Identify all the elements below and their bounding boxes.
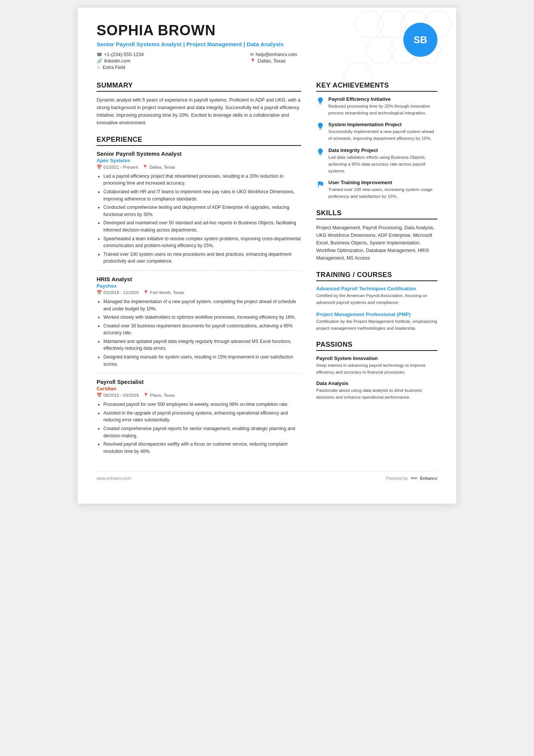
- training-item-2: Project Management Professional (PMP) Ce…: [316, 311, 437, 332]
- job-location-2: 📍 Fort Worth, Texas: [143, 290, 184, 295]
- passion-desc-2: Passionate about using data analysis to …: [316, 387, 437, 401]
- bullet-2-1: Managed the implementation of a new payr…: [103, 298, 301, 312]
- resume-header: SOPHIA BROWN Senior Payroll Systems Anal…: [97, 23, 437, 70]
- training-desc-1: Certified by the American Payroll Associ…: [316, 293, 437, 306]
- resume-footer: www.enhancv.com Powered by Enhancv: [97, 471, 437, 481]
- email-icon: ✉: [250, 52, 254, 57]
- passions-title: PASSIONS: [316, 341, 437, 351]
- candidate-name: SOPHIA BROWN: [97, 23, 392, 39]
- achievement-title-1: Payroll Efficiency Initiative: [328, 96, 437, 102]
- passion-name-1: Payroll System Innovation: [316, 355, 437, 361]
- achievement-2: System Implementation Project Successful…: [316, 122, 437, 142]
- job-entry-2: HRIS Analyst Paychex 📅 03/2018 - 12/2020…: [97, 276, 301, 368]
- passion-name-2: Data Analysis: [316, 380, 437, 386]
- bullet-1-2: Collaborated with HR and IT teams to imp…: [103, 188, 301, 202]
- achievement-content-1: Payroll Efficiency Initiative Reduced pr…: [328, 96, 437, 117]
- contact-email: ✉ help@enhancv.com: [250, 52, 392, 57]
- pin-icon-2: 📍: [143, 290, 148, 295]
- achievement-title-3: Data Integrity Project: [328, 147, 437, 153]
- bullet-2-3: Created over 30 business requirement doc…: [103, 322, 301, 337]
- training-name-1: Advanced Payroll Techniques Certificatio…: [316, 286, 437, 291]
- achievement-icon-4: [316, 180, 325, 188]
- achievement-desc-4: Trained over 100 new users, increasing s…: [328, 186, 437, 200]
- training-item-1: Advanced Payroll Techniques Certificatio…: [316, 286, 437, 306]
- calendar-icon-2: 📅: [97, 290, 102, 295]
- contact-linkedin: 🔗 linkedin.com: [97, 58, 239, 64]
- bullet-1-1: Led a payroll efficiency project that st…: [103, 173, 301, 187]
- bullet-1-5: Spearheaded a team initiative to resolve…: [103, 235, 301, 249]
- link-icon: 🔗: [97, 58, 102, 64]
- achievement-icon-2: [316, 122, 325, 130]
- company-3: Ceridian: [97, 386, 301, 391]
- job-dates-1: 📅 01/2021 - Present: [97, 164, 138, 170]
- summary-title: SUMMARY: [97, 81, 301, 92]
- powered-by-text: Powered by: [386, 476, 408, 481]
- enhancv-brand-name: Enhancv: [420, 476, 437, 481]
- bullet-2-4: Maintained and updated payroll data inte…: [103, 338, 301, 352]
- achievement-desc-2: Successfully implemented a new payroll s…: [328, 128, 437, 142]
- achievement-icon-1: [316, 97, 325, 105]
- training-section: TRAINING / COURSES Advanced Payroll Tech…: [316, 271, 437, 332]
- summary-text: Dynamic analyst with 5 years of experien…: [97, 96, 301, 127]
- job-title-1: Senior Payroll Systems Analyst: [97, 150, 301, 157]
- passion-item-2: Data Analysis Passionate about using dat…: [316, 380, 437, 401]
- main-content: SUMMARY Dynamic analyst with 5 years of …: [97, 81, 437, 460]
- resume-page: SOPHIA BROWN Senior Payroll Systems Anal…: [78, 8, 456, 504]
- candidate-title: Senior Payroll Systems Analyst | Project…: [97, 41, 392, 47]
- job-location-1: 📍 Dallas, Texas: [142, 164, 175, 170]
- job-dates-3: 📅 06/2015 - 03/2018: [97, 393, 139, 398]
- location-icon: 📍: [250, 58, 256, 64]
- calendar-icon-1: 📅: [97, 164, 102, 170]
- header-left: SOPHIA BROWN Senior Payroll Systems Anal…: [97, 23, 392, 70]
- star-icon: ☆: [97, 65, 101, 70]
- achievement-desc-1: Reduced processing time by 20% through i…: [328, 103, 437, 117]
- left-column: SUMMARY Dynamic analyst with 5 years of …: [97, 81, 301, 460]
- bullet-3-2: Assisted in the upgrade of payroll proce…: [103, 410, 301, 424]
- achievement-4: User Training Improvement Trained over 1…: [316, 180, 437, 200]
- company-2: Paychex: [97, 283, 301, 289]
- job-meta-2: 📅 03/2018 - 12/2020 📍 Fort Worth, Texas: [97, 290, 301, 295]
- bullet-3-1: Processed payroll for over 500 employees…: [103, 401, 301, 408]
- calendar-icon-3: 📅: [97, 393, 102, 398]
- job-bullets-2: Managed the implementation of a new payr…: [97, 298, 301, 368]
- training-desc-2: Certification by the Project Management …: [316, 318, 437, 332]
- skills-section: SKILLS Project Management, Payroll Proce…: [316, 209, 437, 262]
- job-entry-3: Payroll Specialist Ceridian 📅 06/2015 - …: [97, 379, 301, 455]
- achievement-1: Payroll Efficiency Initiative Reduced pr…: [316, 96, 437, 117]
- bullet-1-4: Developed and maintained over 50 standar…: [103, 219, 301, 233]
- skills-title: SKILLS: [316, 209, 437, 219]
- passion-desc-1: Deep interest in advancing payroll techn…: [316, 362, 437, 376]
- skills-text: Project Management, Payroll Processing, …: [316, 224, 437, 262]
- achievement-title-2: System Implementation Project: [328, 122, 437, 127]
- job-bullets-1: Led a payroll efficiency project that st…: [97, 173, 301, 265]
- training-title: TRAINING / COURSES: [316, 271, 437, 281]
- achievements-title: KEY ACHIEVEMENTS: [316, 81, 437, 92]
- company-1: Apex Systems: [97, 158, 301, 163]
- achievement-3: Data Integrity Project Led data validati…: [316, 147, 437, 174]
- job-dates-2: 📅 03/2018 - 12/2020: [97, 290, 139, 295]
- bullet-1-6: Trained over 100 system users on new pro…: [103, 251, 301, 265]
- job-location-3: 📍 Plano, Texas: [143, 393, 175, 398]
- experience-section: EXPERIENCE Senior Payroll Systems Analys…: [97, 136, 301, 455]
- enhancv-logo-icon: [410, 476, 418, 481]
- right-column: KEY ACHIEVEMENTS Payroll Efficiency Init…: [316, 81, 437, 460]
- job-meta-3: 📅 06/2015 - 03/2018 📍 Plano, Texas: [97, 393, 301, 398]
- contact-grid: ☎ +1-(234)-555-1234 ✉ help@enhancv.com 🔗…: [97, 52, 392, 70]
- contact-extra: ☆ Extra Field: [97, 65, 239, 70]
- contact-phone: ☎ +1-(234)-555-1234: [97, 52, 239, 57]
- job-title-3: Payroll Specialist: [97, 379, 301, 385]
- achievement-content-2: System Implementation Project Successful…: [328, 122, 437, 142]
- footer-brand: Powered by Enhancv: [386, 476, 437, 481]
- job-title-2: HRIS Analyst: [97, 276, 301, 282]
- avatar: SB: [403, 23, 437, 57]
- bullet-2-2: Worked closely with stakeholders to opti…: [103, 314, 301, 321]
- contact-location: 📍 Dallas, Texas: [250, 58, 392, 64]
- footer-url: www.enhancv.com: [97, 476, 131, 481]
- experience-title: EXPERIENCE: [97, 136, 301, 146]
- bullet-2-5: Designed training manuals for system use…: [103, 354, 301, 368]
- pin-icon-3: 📍: [143, 393, 148, 398]
- phone-icon: ☎: [97, 52, 102, 57]
- summary-section: SUMMARY Dynamic analyst with 5 years of …: [97, 81, 301, 127]
- passion-item-1: Payroll System Innovation Deep interest …: [316, 355, 437, 376]
- job-meta-1: 📅 01/2021 - Present 📍 Dallas, Texas: [97, 164, 301, 170]
